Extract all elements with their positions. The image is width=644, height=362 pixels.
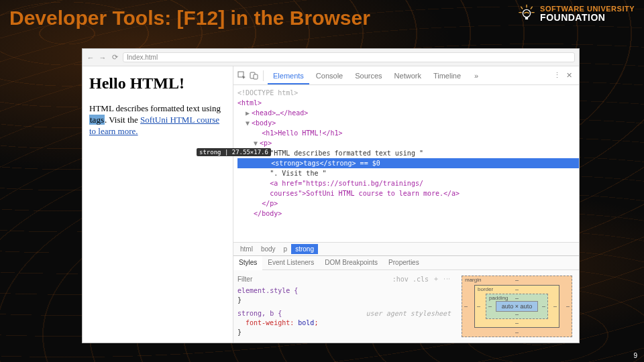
svg-line-2 — [531, 7, 532, 9]
dom-breadcrumb: html body p strong — [233, 242, 579, 255]
box-content: auto × auto — [496, 301, 538, 312]
svg-rect-9 — [254, 74, 258, 79]
address-bar: ← → ⟳ Index.html — [83, 49, 579, 66]
crumb-strong[interactable]: strong — [291, 244, 318, 254]
inspected-word: tags — [89, 115, 105, 125]
logo-text-bottom: FOUNDATION — [540, 13, 635, 22]
devtools-menu-icon[interactable]: ⋮ — [553, 71, 561, 80]
dom-tree[interactable]: <!DOCTYPE html> <html> ▶<head>…</head> ▼… — [233, 85, 579, 242]
inspect-element-icon[interactable] — [236, 70, 247, 81]
add-rule-icon[interactable]: ＋ — [433, 274, 439, 284]
logo: SOFTWARE UNIVERSITY FOUNDATION — [517, 4, 635, 23]
styles-filter-input[interactable] — [237, 276, 388, 283]
page-number: 9 — [633, 352, 637, 359]
reload-icon[interactable]: ⟳ — [111, 53, 119, 62]
slide-title: Developer Tools: [F12] in the Browser — [9, 7, 370, 29]
devtools-tabs: Elements Console Sources Network Timelin… — [233, 66, 579, 85]
rendered-page: Hello HTML! HTML describes formatted tex… — [83, 66, 233, 343]
dom-selected-node[interactable]: ⋯ <strong>tags</strong> == $0 — [237, 158, 579, 168]
back-icon[interactable]: ← — [87, 54, 95, 62]
stab-styles[interactable]: Styles — [233, 256, 262, 270]
logo-text-top: SOFTWARE UNIVERSITY — [540, 5, 635, 13]
tab-elements[interactable]: Elements — [268, 68, 309, 84]
tab-sources[interactable]: Sources — [350, 68, 387, 84]
inspect-tooltip: strong | 27.55×17.6 — [197, 148, 271, 156]
crumb-p[interactable]: p — [280, 244, 292, 254]
stab-event-listeners[interactable]: Event Listeners — [262, 256, 319, 269]
forward-icon[interactable]: → — [99, 54, 107, 62]
box-model: margin –––– border –––– padding –––– aut… — [455, 270, 579, 343]
cls-toggle[interactable]: .cls — [413, 276, 429, 283]
device-toggle-icon[interactable] — [248, 70, 259, 81]
crumb-html[interactable]: html — [236, 244, 257, 254]
url-input[interactable]: Index.html — [123, 52, 575, 62]
browser-window: ← → ⟳ Index.html Hello HTML! HTML descri… — [83, 49, 579, 343]
devtools-panel: Elements Console Sources Network Timelin… — [233, 66, 579, 343]
hov-toggle[interactable]: :hov — [392, 276, 409, 283]
stab-dom-breakpoints[interactable]: DOM Breakpoints — [319, 256, 383, 269]
lightbulb-icon — [517, 4, 536, 23]
devtools-close-icon[interactable]: ✕ — [566, 71, 572, 80]
svg-point-5 — [523, 9, 530, 17]
url-text: Index.html — [127, 54, 158, 61]
styles-panel: Styles Event Listeners DOM Breakpoints P… — [233, 255, 579, 343]
tab-console[interactable]: Console — [311, 68, 348, 84]
page-heading: Hello HTML! — [89, 74, 226, 93]
svg-line-1 — [521, 7, 523, 9]
rule-element-style[interactable]: element.style { } — [237, 286, 451, 305]
tabs-overflow[interactable]: » — [469, 68, 484, 84]
rule-strong-b[interactable]: strong, b {user agent stylesheet font-we… — [237, 309, 451, 337]
tab-network[interactable]: Network — [389, 68, 427, 84]
svg-rect-6 — [525, 17, 528, 20]
tab-timeline[interactable]: Timeline — [428, 68, 466, 84]
page-paragraph: HTML describes formatted text using tags… — [89, 103, 226, 137]
crumb-body[interactable]: body — [257, 244, 280, 254]
styles-menu-icon[interactable]: ⋮ — [443, 276, 451, 282]
stab-properties[interactable]: Properties — [383, 256, 425, 269]
